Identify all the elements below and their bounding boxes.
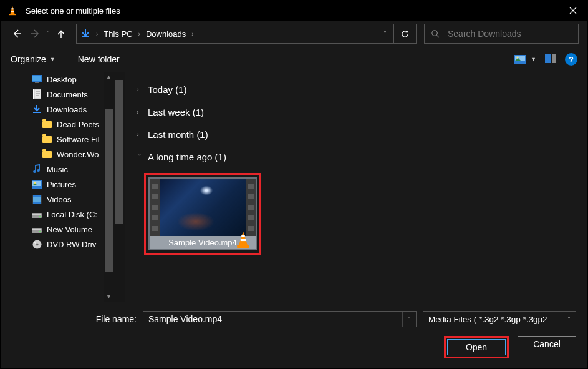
sidebar-item-downloads[interactable]: Downloads [1,102,114,117]
file-item[interactable]: Sample Video.mp4 [144,173,261,255]
scroll-thumb[interactable] [105,109,113,272]
sidebar-item-wonder-wo[interactable]: Wonder.Wo [1,147,114,162]
sidebar-item-label: Local Disk (C: [47,210,97,219]
pc-icon [77,28,94,39]
sidebar-item-local-disk-c-[interactable]: Local Disk (C: [1,207,114,222]
organize-button[interactable]: Organize ▼ [11,54,55,64]
sidebar-item-label: Music [47,165,68,174]
file-type-filter[interactable]: Media Files ( *.3g2 *.3gp *.3gp2 ˅ [423,311,576,327]
toolbar: Organize ▼ New folder ▼ ? [1,47,587,72]
vlc-cone-icon [234,230,252,248]
filename-input[interactable] [143,314,402,324]
help-button[interactable]: ? [565,53,577,66]
group-long-time-ago[interactable]: ›A long time ago (1) [137,145,577,168]
address-bar[interactable]: › This PC › Downloads › ˅ [76,24,417,44]
sidebar-item-new-volume[interactable]: New Volume [1,222,114,237]
main-scrollbar[interactable] [114,72,125,302]
sidebar-item-desktop[interactable]: Desktop [1,72,114,87]
dvd-icon [32,240,42,248]
titlebar: Select one or multiple files [1,1,587,21]
sidebar-item-music[interactable]: Music [1,162,114,177]
group-today[interactable]: ›Today (1) [137,78,577,101]
up-button[interactable] [54,26,69,41]
chevron-down-icon: › [136,154,143,160]
search-icon [431,29,440,39]
sidebar-item-software-fil[interactable]: Software Fil [1,132,114,147]
group-label: Last week (1) [148,107,204,117]
svg-marker-0 [10,6,14,14]
address-dropdown[interactable]: ˅ [376,31,393,37]
svg-rect-1 [11,8,14,9]
svg-point-4 [432,30,437,35]
filename-dropdown[interactable]: ˅ [402,312,416,327]
chevron-right-icon[interactable]: › [94,31,100,37]
back-button[interactable] [9,26,24,41]
pictures-icon [32,180,42,189]
chevron-down-icon: ˅ [567,316,571,323]
filename-input-wrap: ˅ [143,311,417,327]
window-title: Select one or multiple files [26,6,559,16]
content-area: DesktopDocumentsDownloadsDead PoetsSoftw… [1,72,587,302]
breadcrumb-downloads[interactable]: Downloads [142,24,190,43]
search-box[interactable] [424,24,579,44]
sidebar-item-label: Dead Poets [57,120,99,129]
group-last-month[interactable]: ›Last month (1) [137,123,577,145]
open-button[interactable]: Open [447,339,506,355]
chevron-down-icon: ▼ [50,56,55,62]
svg-rect-11 [32,76,41,81]
view-mode-button[interactable]: ▼ [514,55,536,64]
preview-pane-button[interactable] [545,54,556,65]
svg-marker-32 [239,231,248,245]
disk-icon [32,225,42,234]
new-folder-button[interactable]: New folder [78,54,120,64]
chevron-right-icon[interactable]: › [137,31,142,37]
downloads-icon [32,105,42,114]
desktop-icon [32,75,42,84]
folder-icon [42,120,52,129]
sidebar-item-documents[interactable]: Documents [1,87,114,102]
sidebar-item-label: Pictures [47,180,76,189]
open-button-highlight: Open [444,336,509,358]
documents-icon [32,90,42,99]
search-input[interactable] [448,29,572,39]
close-button[interactable] [559,1,587,21]
recent-dropdown[interactable]: ˅ [47,31,50,37]
scroll-thumb[interactable] [115,80,123,224]
chevron-right-icon[interactable]: › [190,31,195,37]
svg-point-15 [33,170,36,173]
cancel-button[interactable]: Cancel [518,336,576,352]
sidebar: DesktopDocumentsDownloadsDead PoetsSoftw… [1,72,114,302]
file-list-area: ›Today (1) ›Last week (1) ›Last month (1… [114,72,587,302]
svg-rect-28 [32,229,41,230]
sidebar-item-dvd-rw-driv[interactable]: DVD RW Driv [1,237,114,252]
sidebar-item-videos[interactable]: Videos [1,192,114,207]
sidebar-scrollbar[interactable]: ▲ ▼ [104,72,114,302]
folder-icon [42,135,52,144]
refresh-button[interactable] [393,24,416,43]
svg-rect-22 [32,195,33,204]
scroll-up-icon[interactable]: ▲ [104,72,114,82]
svg-rect-8 [545,54,551,63]
group-label: Last month (1) [148,129,208,140]
filter-label: Media Files ( *.3g2 *.3gp *.3gp2 [428,315,547,324]
sidebar-item-label: Downloads [47,105,87,114]
footer: File name: ˅ Media Files ( *.3g2 *.3gp *… [1,302,587,368]
sidebar-item-label: Documents [47,90,88,99]
svg-rect-12 [35,82,39,83]
preview-pane-icon [545,54,556,63]
breadcrumb-pc[interactable]: This PC [100,24,136,43]
scroll-down-icon[interactable]: ▼ [104,292,114,302]
forward-button[interactable] [28,26,43,41]
organize-label: Organize [11,54,46,64]
file-open-dialog: Select one or multiple files ˅ › This PC… [0,0,588,369]
sidebar-item-label: New Volume [47,225,92,234]
sidebar-item-label: Wonder.Wo [57,150,99,159]
sidebar-item-label: Desktop [47,75,77,84]
sidebar-item-dead-poets[interactable]: Dead Poets [1,117,114,132]
sidebar-item-pictures[interactable]: Pictures [1,177,114,192]
pictures-view-icon [514,55,526,64]
chevron-right-icon: › [137,86,143,93]
group-label: A long time ago (1) [148,152,226,162]
group-last-week[interactable]: ›Last week (1) [137,101,577,123]
svg-rect-25 [32,214,41,215]
